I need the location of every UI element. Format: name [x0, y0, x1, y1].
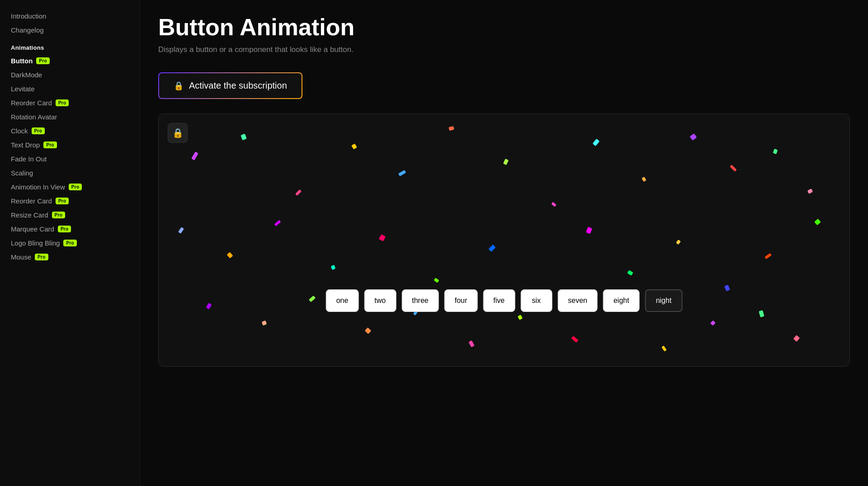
confetti-piece — [642, 176, 646, 181]
activate-btn-label: Activate the subscription — [189, 80, 287, 91]
confetti-piece — [309, 296, 316, 302]
main-content: Button Animation Displays a button or a … — [140, 0, 868, 486]
sidebar-item-darkmode[interactable]: DarkMode — [0, 68, 140, 82]
confetti-piece — [689, 133, 697, 141]
pro-badge-reorder-card: Pro — [56, 99, 69, 106]
pro-badge-text-drop: Pro — [43, 142, 57, 148]
sidebar-item-label-darkmode: DarkMode — [11, 71, 42, 79]
confetti-piece — [517, 315, 522, 320]
sidebar-item-label-text-drop: Text Drop — [11, 141, 40, 149]
lock-icon: 🔒 — [174, 81, 184, 91]
sidebar-item-label-reorder-card-2: Reorder Card — [11, 197, 52, 205]
demo-area: 🔒 onetwothreefourfivesixseveneightnight — [158, 113, 850, 367]
demo-btn-night[interactable]: night — [645, 289, 683, 312]
pro-badge-animotion-in-view: Pro — [69, 184, 82, 190]
confetti-piece — [226, 252, 233, 258]
pro-badge-marquee-card: Pro — [58, 226, 71, 232]
demo-btn-three[interactable]: three — [401, 289, 439, 312]
confetti-piece — [398, 170, 406, 176]
sidebar-item-text-drop[interactable]: Text DropPro — [0, 138, 140, 152]
sidebar-item-label-button: Button — [11, 57, 33, 65]
confetti-piece — [206, 302, 212, 309]
activate-subscription-button[interactable]: 🔒 Activate the subscription — [158, 72, 302, 99]
confetti-piece — [627, 270, 633, 275]
confetti-piece — [351, 143, 357, 149]
sidebar-item-label-reorder-card: Reorder Card — [11, 99, 52, 107]
sidebar-item-introduction[interactable]: Introduction — [0, 9, 140, 23]
confetti-piece — [434, 278, 439, 283]
sidebar-item-marquee-card[interactable]: Marquee CardPro — [0, 222, 140, 236]
confetti-piece — [586, 227, 592, 234]
sidebar-item-rotation-avatar[interactable]: Rotation Avatar — [0, 110, 140, 124]
sidebar-item-reorder-card-2[interactable]: Reorder CardPro — [0, 194, 140, 208]
sidebar-item-button[interactable]: ButtonPro — [0, 54, 140, 68]
sidebar-item-logo-bling-bling[interactable]: Logo Bling BlingPro — [0, 236, 140, 250]
sidebar-item-reorder-card[interactable]: Reorder CardPro — [0, 96, 140, 110]
sidebar-item-label-scaling: Scaling — [11, 169, 33, 177]
confetti-piece — [448, 126, 454, 131]
confetti-piece — [241, 133, 247, 140]
confetti-piece — [551, 202, 557, 207]
confetti-piece — [262, 320, 267, 326]
demo-btn-one[interactable]: one — [326, 289, 359, 312]
sidebar-item-mouse[interactable]: MousePro — [0, 250, 140, 264]
demo-lock-icon[interactable]: 🔒 — [168, 123, 188, 143]
confetti-piece — [724, 285, 730, 292]
confetti-piece — [331, 265, 336, 270]
demo-btn-five[interactable]: five — [483, 289, 515, 312]
pro-badge-button: Pro — [36, 57, 50, 64]
sidebar-item-label-rotation-avatar: Rotation Avatar — [11, 113, 57, 121]
confetti-piece — [503, 159, 509, 165]
demo-btn-seven[interactable]: seven — [557, 289, 598, 312]
demo-btn-two[interactable]: two — [364, 289, 396, 312]
confetti-piece — [773, 149, 778, 154]
demo-btn-four[interactable]: four — [444, 289, 478, 312]
pro-badge-resize-card: Pro — [52, 212, 66, 218]
confetti-piece — [764, 253, 772, 260]
pro-badge-reorder-card-2: Pro — [56, 198, 69, 204]
confetti-piece — [730, 165, 737, 172]
sidebar-item-label-levitate: Levitate — [11, 85, 35, 93]
sidebar-item-label-mouse: Mouse — [11, 253, 31, 261]
sidebar-item-changelog[interactable]: Changelog — [0, 23, 140, 37]
confetti-piece — [662, 346, 667, 352]
sidebar-item-resize-card[interactable]: Resize CardPro — [0, 208, 140, 222]
confetti-piece — [295, 189, 302, 196]
confetti-piece — [676, 240, 681, 245]
pro-badge-logo-bling-bling: Pro — [63, 240, 77, 246]
sidebar-item-clock[interactable]: ClockPro — [0, 124, 140, 138]
page-title: Button Animation — [158, 14, 850, 41]
demo-btn-eight[interactable]: eight — [603, 289, 640, 312]
confetti-piece — [468, 340, 474, 347]
sidebar-item-animotion-in-view[interactable]: Animotion In ViewPro — [0, 180, 140, 194]
confetti-piece — [274, 220, 281, 226]
confetti-piece — [365, 327, 372, 334]
confetti-piece — [489, 245, 496, 252]
confetti-piece — [191, 151, 198, 160]
confetti-piece — [759, 310, 764, 317]
confetti-piece — [571, 336, 578, 343]
confetti-container — [159, 114, 849, 366]
confetti-piece — [814, 219, 821, 226]
sidebar-item-scaling[interactable]: Scaling — [0, 166, 140, 180]
demo-btn-six[interactable]: six — [520, 289, 552, 312]
animations-section-label: Animations — [0, 37, 140, 54]
pro-badge-clock: Pro — [32, 127, 45, 134]
demo-buttons-row: onetwothreefourfivesixseveneightnight — [326, 289, 683, 312]
sidebar-item-fade-in-out[interactable]: Fade In Out — [0, 152, 140, 166]
confetti-piece — [178, 227, 184, 234]
pro-badge-mouse: Pro — [35, 254, 48, 260]
sidebar-item-levitate[interactable]: Levitate — [0, 82, 140, 96]
confetti-piece — [793, 335, 800, 342]
sidebar-item-label-marquee-card: Marquee Card — [11, 225, 54, 233]
page-subtitle: Displays a button or a component that lo… — [158, 45, 850, 54]
sidebar-item-label-logo-bling-bling: Logo Bling Bling — [11, 239, 60, 247]
confetti-piece — [379, 234, 386, 241]
sidebar: IntroductionChangelog Animations ButtonP… — [0, 0, 140, 486]
sidebar-item-label-animotion-in-view: Animotion In View — [11, 183, 65, 191]
sidebar-item-label-clock: Clock — [11, 127, 28, 135]
confetti-piece — [710, 320, 716, 326]
sidebar-item-label-resize-card: Resize Card — [11, 211, 48, 219]
sidebar-item-label-fade-in-out: Fade In Out — [11, 155, 47, 163]
confetti-piece — [592, 139, 599, 146]
